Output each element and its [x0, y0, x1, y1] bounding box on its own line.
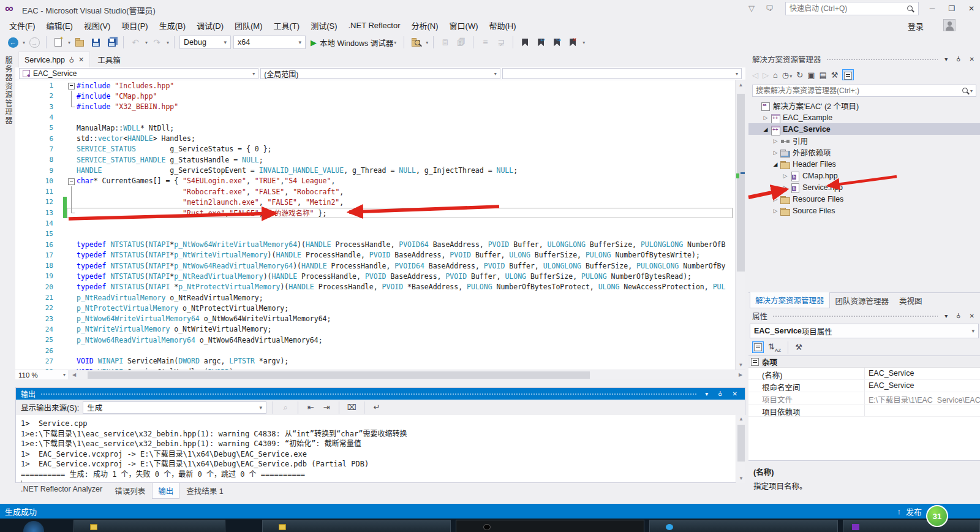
code-line[interactable]: 25p_NtWow64ReadVirtualMemory64 o_NtWow64…: [15, 335, 735, 345]
code-editor[interactable]: 1#include "Includes.hpp"2#include "CMap.…: [15, 80, 735, 370]
code-line[interactable]: 22p_NtProtectVirtualMemory o_NtProtectVi…: [15, 303, 735, 313]
code-line[interactable]: 1#include "Includes.hpp": [15, 80, 735, 91]
configuration-dropdown[interactable]: Debug▾: [179, 36, 231, 49]
search-icon[interactable]: [962, 87, 970, 95]
bottom-tab-.NET Reflector Analyzer[interactable]: .NET Reflector Analyzer: [15, 483, 108, 495]
panel-tab-类视图[interactable]: 类视图: [894, 293, 927, 308]
undo-button[interactable]: ↶: [129, 36, 142, 49]
alphabetical-sort-icon[interactable]: ⇅AZ: [768, 342, 781, 353]
code-line[interactable]: 13 "Rust.exe","FALSE","你的游戏名称" };: [15, 208, 735, 218]
collapsed-icon[interactable]: ▷: [771, 150, 780, 156]
feedback-flag-icon[interactable]: ▽: [748, 4, 755, 13]
se-back-icon[interactable]: ◁: [752, 70, 758, 80]
add-item-icon[interactable]: [73, 36, 86, 49]
collapsed-icon[interactable]: ▷: [761, 115, 771, 121]
output-title-bar[interactable]: 输出 ▾ ⚲ ✕: [16, 388, 745, 400]
collapsed-icon[interactable]: ▷: [780, 173, 790, 179]
code-line[interactable]: 5ManualMap::WDLL* NtDll;: [15, 123, 735, 133]
redo-dropdown[interactable]: ▾: [167, 40, 169, 45]
output-scroll-down[interactable]: ▼: [736, 474, 746, 483]
search-options-dropdown[interactable]: ▾: [970, 88, 973, 94]
find-in-files-icon[interactable]: [409, 36, 423, 49]
tree-item-解决方案'EAC' (2 个项目)[interactable]: 解决方案'EAC' (2 个项目): [748, 100, 980, 112]
tree-item-Source Files[interactable]: ▷Source Files: [748, 205, 980, 216]
code-line[interactable]: 18typedef NTSTATUS(NTAPI*p_NtWow64ReadVi…: [15, 260, 735, 271]
previous-bookmark-button[interactable]: ↩: [534, 36, 548, 49]
props-pin-icon[interactable]: ⚲: [954, 313, 962, 319]
navigate-back-button[interactable]: ←: [6, 36, 20, 49]
increase-indent-button[interactable]: ⋥: [494, 36, 508, 49]
code-line[interactable]: 8SERVICE_STATUS_HANDLE g_StatusHandle = …: [15, 154, 735, 165]
next-bookmark-button[interactable]: ↪: [550, 36, 564, 49]
menu-item[interactable]: 调试(D): [191, 17, 229, 34]
menu-item[interactable]: 文件(F): [4, 17, 41, 34]
code-line[interactable]: 12 "metin2launch.exe", "FALSE", "Metin2"…: [15, 197, 735, 207]
scroll-left-arrow[interactable]: ◀: [69, 372, 79, 378]
show-all-files-wrench-icon[interactable]: ⚒: [831, 70, 839, 80]
properties-object-dropdown[interactable]: EAC_Service 项目属性 ▾: [750, 324, 979, 338]
se-close-icon[interactable]: ✕: [968, 56, 976, 63]
output-scroll-thumb[interactable]: [737, 425, 745, 462]
props-close-icon[interactable]: ✕: [968, 313, 976, 319]
bottom-tab-错误列表[interactable]: 错误列表: [109, 483, 151, 498]
properties-title-bar[interactable]: 属性 ▾ ⚲ ✕: [748, 308, 980, 323]
collapsed-icon[interactable]: ▷: [771, 138, 780, 144]
code-line[interactable]: 3#include "X32_BEBIN.hpp": [15, 102, 735, 112]
next-message-icon[interactable]: ⇥: [320, 403, 333, 412]
menu-item[interactable]: 窗口(W): [444, 17, 484, 34]
collapsed-icon[interactable]: ▷: [771, 208, 780, 214]
menu-item[interactable]: 工具(T): [268, 17, 306, 34]
code-line[interactable]: 4: [15, 112, 735, 123]
tree-item-Service.hpp[interactable]: ▷Service.hpp: [748, 181, 980, 193]
previous-message-icon[interactable]: ⇤: [304, 403, 317, 412]
output-window-menu-icon[interactable]: ▾: [703, 390, 710, 397]
minimize-button[interactable]: ─: [924, 2, 941, 15]
new-project-dropdown[interactable]: ▾: [68, 40, 70, 45]
collapse-group-icon[interactable]: [751, 358, 759, 366]
code-line[interactable]: 2#include "CMap.hpp": [15, 91, 735, 101]
code-line[interactable]: 26: [15, 345, 735, 355]
bottom-tab-查找结果 1[interactable]: 查找结果 1: [181, 483, 228, 498]
clear-bookmarks-button[interactable]: ✕: [566, 36, 579, 49]
property-pages-wrench-icon[interactable]: ⚒: [795, 343, 802, 352]
vertical-splitter[interactable]: [745, 51, 748, 504]
expanded-icon[interactable]: ◢: [761, 126, 771, 132]
undo-dropdown[interactable]: ▾: [145, 40, 148, 45]
hscroll-thumb[interactable]: [88, 371, 590, 379]
fold-margin[interactable]: [67, 176, 77, 186]
close-button[interactable]: ✕: [963, 2, 980, 15]
output-source-dropdown[interactable]: 生成▾: [83, 401, 266, 414]
code-line[interactable]: 19typedef NTSTATUS(NTAPI*p_NtReadVirtual…: [15, 271, 735, 281]
toolbar-overflow[interactable]: ▾: [426, 40, 428, 45]
props-window-menu-icon[interactable]: ▾: [943, 313, 949, 319]
se-pin-icon[interactable]: ⚲: [954, 56, 962, 63]
bookmark-overflow[interactable]: ▾: [582, 40, 585, 45]
publish-arrow-icon[interactable]: ↑: [897, 507, 902, 516]
property-row-项目依赖项[interactable]: 项目依赖项: [748, 405, 980, 417]
tree-item-引用[interactable]: ▷引用: [748, 135, 980, 146]
tab-service-hpp[interactable]: Service.hpp ⚲ ✕: [18, 51, 90, 67]
output-content[interactable]: 1> Service.cpp1>e:\下载目录\1\eac_service\x3…: [16, 415, 736, 482]
solution-search-box[interactable]: ▾: [752, 85, 976, 97]
save-button[interactable]: [89, 36, 102, 49]
feedback-smiley-icon[interactable]: 🗨: [766, 4, 774, 13]
menu-item[interactable]: 团队(M): [229, 17, 268, 34]
collapsed-icon[interactable]: ▷: [771, 196, 780, 202]
solution-search-input[interactable]: [756, 86, 962, 95]
fold-margin[interactable]: [67, 80, 77, 91]
close-tab-icon[interactable]: ✕: [78, 56, 84, 64]
menu-item[interactable]: 测试(S): [305, 17, 342, 34]
tree-item-Header Files[interactable]: ◢Header Files: [748, 158, 980, 170]
clear-all-icon[interactable]: ⌧: [345, 403, 358, 412]
code-line[interactable]: 15: [15, 229, 735, 239]
code-line[interactable]: 16typedef NTSTATUS(NTAPI*p_NtWow64WriteV…: [15, 239, 735, 249]
code-line[interactable]: 7SERVICE_STATUS g_ServiceStatus = { 0 };: [15, 144, 735, 154]
tree-item-EAC_Service[interactable]: ◢EAC_Service: [748, 123, 980, 135]
property-row-(名称)[interactable]: (名称)EAC_Service: [748, 368, 980, 380]
collapse-all-icon[interactable]: [842, 69, 854, 80]
scroll-right-arrow[interactable]: ▶: [736, 372, 745, 378]
solution-explorer-title-bar[interactable]: 解决方案资源管理器 ▾ ⚲ ✕: [748, 51, 980, 66]
code-line[interactable]: 10char* CurrentGames[] = { "S4EULogin.ex…: [15, 176, 735, 186]
taskbar-button[interactable]: [649, 520, 838, 532]
code-line[interactable]: 14: [15, 218, 735, 229]
